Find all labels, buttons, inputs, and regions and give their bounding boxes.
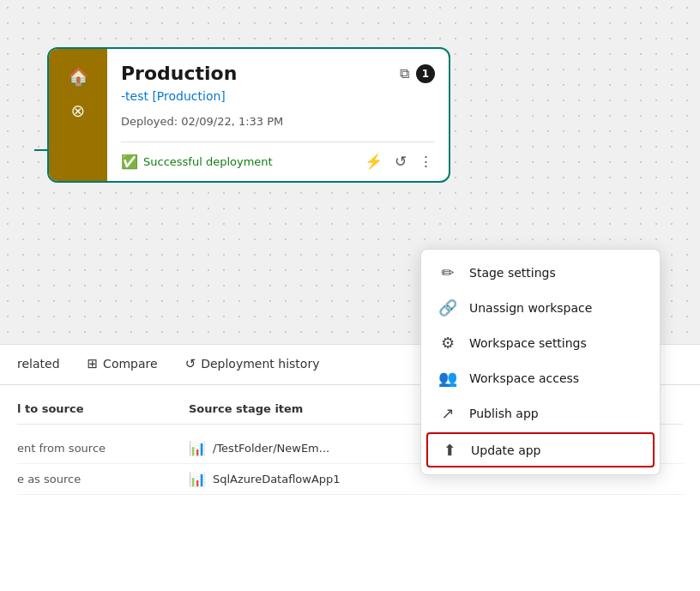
col-source-header: l to source [17, 402, 189, 415]
stage-settings-label: Stage settings [469, 266, 556, 280]
unassign-workspace-icon: 🔗 [438, 299, 457, 317]
workspace-access-label: Workspace access [469, 371, 579, 385]
tab-compare[interactable]: ⊞ Compare [74, 345, 172, 384]
tab-related[interactable]: related [3, 345, 74, 384]
stage-card-area: 🏠 ⊗ Production ⧉ 1 -test [Production] De… [47, 47, 450, 183]
card-header-icons: ⧉ 1 [400, 64, 435, 83]
workspace-settings-icon: ⚙️ [438, 334, 457, 352]
copy-icon[interactable]: ⧉ [400, 65, 409, 81]
menu-item-workspace-access[interactable]: 👥 Workspace access [421, 360, 660, 395]
card-header: Production ⧉ 1 [121, 63, 435, 84]
row1-item-icon: 📊 [189, 440, 206, 456]
deployment-history-icon: ↺ [185, 356, 196, 371]
compare-icon: ⊞ [88, 356, 99, 371]
footer-actions: ⚡ ↺ ⋮ [363, 151, 435, 172]
tab-compare-label: Compare [103, 357, 158, 371]
history-button[interactable]: ↺ [393, 151, 408, 172]
menu-item-update-app[interactable]: ⬆ Update app [426, 432, 655, 467]
home-icon: 🏠 [68, 66, 89, 87]
card-footer: ✅ Successful deployment ⚡ ↺ ⋮ [121, 142, 435, 181]
notification-badge: 1 [416, 64, 435, 83]
more-options-button[interactable]: ⋮ [417, 151, 435, 172]
menu-item-unassign-workspace[interactable]: 🔗 Unassign workspace [421, 290, 660, 325]
publish-app-label: Publish app [469, 407, 539, 420]
lightning-button[interactable]: ⚡ [363, 151, 384, 172]
card-deployed-date: Deployed: 02/09/22, 1:33 PM [121, 115, 435, 128]
target-icon: ⊗ [71, 100, 86, 121]
row2-col2-text: SqlAzureDataflowApp1 [213, 473, 341, 485]
update-app-icon: ⬆ [440, 441, 459, 459]
menu-item-workspace-settings[interactable]: ⚙️ Workspace settings [421, 325, 660, 360]
workspace-settings-label: Workspace settings [469, 336, 587, 350]
card-body: Production ⧉ 1 -test [Production] Deploy… [107, 49, 449, 181]
card-title: Production [121, 63, 237, 84]
stage-settings-icon: ✏️ [438, 263, 457, 281]
workspace-access-icon: 👥 [438, 369, 457, 387]
success-icon: ✅ [121, 154, 138, 170]
card-sidebar: 🏠 ⊗ [49, 49, 107, 181]
row2-item-icon: 📊 [189, 471, 206, 487]
row1-col2-text: /TestFolder/NewEm... [213, 442, 329, 455]
publish-app-icon: ↗️ [438, 404, 457, 422]
deployment-status-text: Successful deployment [143, 155, 273, 168]
production-stage-card: 🏠 ⊗ Production ⧉ 1 -test [Production] De… [47, 47, 450, 183]
deployed-label: Deployed: [121, 115, 178, 128]
deployment-status: ✅ Successful deployment [121, 154, 354, 170]
row2-col1: e as source [17, 473, 189, 485]
context-menu: ✏️ Stage settings 🔗 Unassign workspace ⚙… [420, 249, 661, 475]
row1-col1: ent from source [17, 442, 189, 455]
menu-item-stage-settings[interactable]: ✏️ Stage settings [421, 255, 660, 290]
deployed-date: 02/09/22, 1:33 PM [181, 115, 283, 128]
tab-deployment-history-label: Deployment history [201, 357, 319, 371]
update-app-label: Update app [471, 443, 541, 457]
tab-deployment-history[interactable]: ↺ Deployment history [172, 345, 334, 384]
menu-item-publish-app[interactable]: ↗️ Publish app [421, 395, 660, 431]
card-subtitle: -test [Production] [121, 89, 435, 103]
unassign-workspace-label: Unassign workspace [469, 301, 592, 315]
tab-related-label: related [17, 357, 60, 371]
